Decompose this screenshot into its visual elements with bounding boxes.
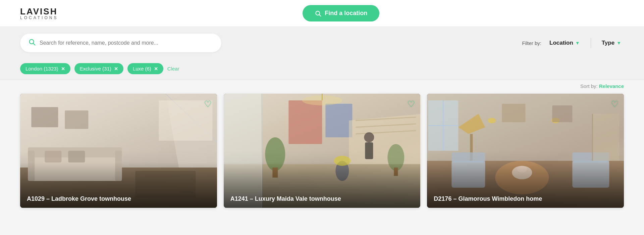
search-icon-green [28, 38, 36, 48]
london-tag-label: London (1323) [25, 66, 58, 72]
exclusive-tag-label: Exclusive (31) [80, 66, 111, 72]
luxe-tag[interactable]: Luxe (6) ✕ [127, 63, 163, 74]
sort-area: Sort by: Relevance [0, 80, 644, 92]
card-3-title: D2176 – Glamorous Wimbledon home [427, 190, 624, 208]
london-tag[interactable]: London (1323) ✕ [20, 63, 70, 74]
type-filter-button[interactable]: Type ▼ [599, 38, 624, 48]
logo: LAVISH LOCATIONS [20, 7, 58, 20]
clear-button[interactable]: Clear [167, 66, 179, 72]
heart-icon-3[interactable]: ♡ [611, 99, 619, 109]
svg-line-3 [33, 43, 35, 45]
card-1-title: A1029 – Ladbroke Grove townhouse [20, 190, 217, 208]
chevron-down-icon-type: ▼ [616, 40, 621, 46]
type-filter-label: Type [602, 40, 614, 46]
card-2[interactable]: ♡ A1241 – Luxury Maida Vale townhouse [224, 94, 421, 208]
header-center: Find a location [58, 5, 624, 21]
filter-by-label: Filter by: [522, 40, 542, 46]
search-icon [315, 10, 321, 17]
search-input[interactable] [40, 40, 213, 46]
search-area: Filter by: Location ▼ Type ▼ [0, 27, 644, 59]
luxe-tag-label: Luxe (6) [133, 66, 151, 72]
location-filter-label: Location [549, 40, 573, 46]
heart-icon-2[interactable]: ♡ [407, 99, 415, 109]
sort-label: Sort by: [580, 83, 598, 89]
header: LAVISH LOCATIONS Find a location [0, 0, 644, 27]
logo-bottom: LOCATIONS [20, 16, 58, 20]
find-location-button[interactable]: Find a location [303, 5, 379, 21]
luxe-tag-close[interactable]: ✕ [154, 66, 158, 72]
logo-top: LAVISH [20, 7, 58, 16]
location-filter-button[interactable]: Location ▼ [547, 38, 583, 48]
card-2-title: A1241 – Luxury Maida Vale townhouse [224, 190, 421, 208]
sort-value[interactable]: Relevance [599, 83, 624, 89]
exclusive-tag-close[interactable]: ✕ [114, 66, 118, 72]
card-3[interactable]: ♡ D2176 – Glamorous Wimbledon home [427, 94, 624, 208]
chevron-down-icon: ▼ [575, 40, 580, 46]
cards-grid: ♡ A1029 – Ladbroke Grove townhouse [0, 92, 644, 221]
exclusive-tag[interactable]: Exclusive (31) ✕ [74, 63, 123, 74]
filter-divider [591, 38, 591, 48]
svg-line-1 [319, 14, 321, 16]
search-box [20, 34, 221, 52]
london-tag-close[interactable]: ✕ [61, 66, 65, 72]
tags-area: London (1323) ✕ Exclusive (31) ✕ Luxe (6… [0, 59, 644, 80]
heart-icon-1[interactable]: ♡ [204, 99, 212, 109]
filter-area: Filter by: Location ▼ Type ▼ [522, 38, 624, 48]
card-1[interactable]: ♡ A1029 – Ladbroke Grove townhouse [20, 94, 217, 208]
find-location-label: Find a location [325, 10, 367, 17]
